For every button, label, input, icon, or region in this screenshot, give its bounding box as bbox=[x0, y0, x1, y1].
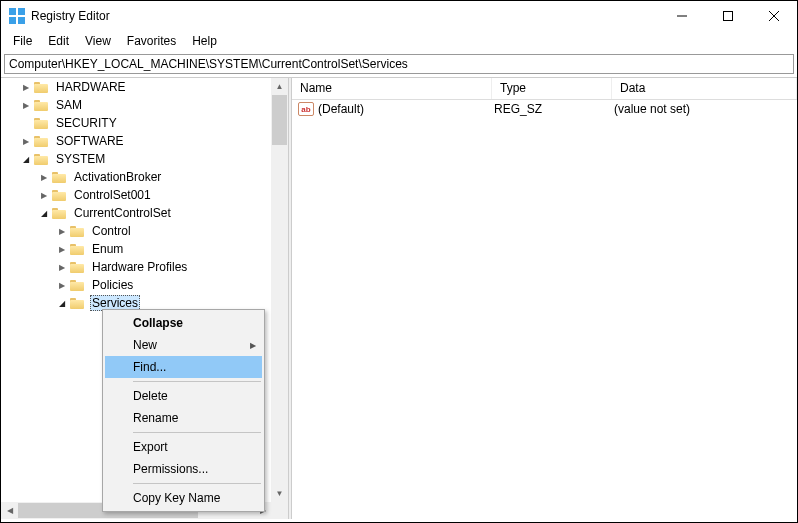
ctx-export[interactable]: Export bbox=[105, 436, 262, 458]
tree-item-sam[interactable]: ▶SAM bbox=[1, 96, 288, 114]
tree-item-enum[interactable]: ▶Enum bbox=[1, 240, 288, 258]
scroll-up-icon[interactable]: ▲ bbox=[271, 78, 288, 95]
menu-help[interactable]: Help bbox=[184, 32, 225, 50]
maximize-button[interactable] bbox=[705, 1, 751, 31]
regedit-icon bbox=[9, 8, 25, 24]
tree-label: ActivationBroker bbox=[72, 170, 163, 184]
tree-label: SOFTWARE bbox=[54, 134, 126, 148]
svg-rect-5 bbox=[724, 12, 733, 21]
ctx-copy-key-name[interactable]: Copy Key Name bbox=[105, 487, 262, 509]
folder-icon bbox=[34, 152, 50, 166]
menu-separator bbox=[133, 432, 261, 433]
context-menu: CollapseNew▶Find...DeleteRenameExportPer… bbox=[102, 309, 265, 512]
menu-label: Permissions... bbox=[133, 462, 208, 476]
tree-label: HARDWARE bbox=[54, 80, 128, 94]
ctx-collapse[interactable]: Collapse bbox=[105, 312, 262, 334]
ctx-find[interactable]: Find... bbox=[105, 356, 262, 378]
tree-item-hardware-profiles[interactable]: ▶Hardware Profiles bbox=[1, 258, 288, 276]
tree-item-security[interactable]: ▶SECURITY bbox=[1, 114, 288, 132]
chevron-down-icon[interactable]: ◢ bbox=[37, 206, 51, 220]
tree-scrollbar[interactable]: ▲ ▼ bbox=[271, 78, 288, 502]
svg-rect-0 bbox=[9, 8, 16, 15]
title-bar: Registry Editor bbox=[1, 1, 797, 31]
menu-label: Export bbox=[133, 440, 168, 454]
tree-label: SECURITY bbox=[54, 116, 119, 130]
tree-label: Hardware Profiles bbox=[90, 260, 189, 274]
folder-icon bbox=[52, 188, 68, 202]
chevron-right-icon[interactable]: ▶ bbox=[55, 242, 69, 256]
tree-label: Enum bbox=[90, 242, 125, 256]
address-bar: Computer\HKEY_LOCAL_MACHINE\SYSTEM\Curre… bbox=[1, 51, 797, 77]
chevron-right-icon[interactable]: ▶ bbox=[19, 80, 33, 94]
ctx-rename[interactable]: Rename bbox=[105, 407, 262, 429]
ctx-delete[interactable]: Delete bbox=[105, 385, 262, 407]
chevron-right-icon[interactable]: ▶ bbox=[37, 170, 51, 184]
chevron-down-icon[interactable]: ◢ bbox=[55, 296, 69, 310]
folder-icon bbox=[34, 98, 50, 112]
ctx-permissions[interactable]: Permissions... bbox=[105, 458, 262, 480]
menu-label: New bbox=[133, 338, 157, 352]
menu-file[interactable]: File bbox=[5, 32, 40, 50]
menu-view[interactable]: View bbox=[77, 32, 119, 50]
tree-label: ControlSet001 bbox=[72, 188, 153, 202]
value-type: REG_SZ bbox=[494, 102, 614, 116]
tree-item-currentcontrolset[interactable]: ◢CurrentControlSet bbox=[1, 204, 288, 222]
menu-edit[interactable]: Edit bbox=[40, 32, 77, 50]
menu-label: Collapse bbox=[133, 316, 183, 330]
menu-favorites[interactable]: Favorites bbox=[119, 32, 184, 50]
chevron-right-icon[interactable]: ▶ bbox=[37, 188, 51, 202]
folder-icon bbox=[52, 170, 68, 184]
tree-item-system[interactable]: ◢SYSTEM bbox=[1, 150, 288, 168]
tree-label: SYSTEM bbox=[54, 152, 107, 166]
value-name: (Default) bbox=[318, 102, 494, 116]
tree-item-policies[interactable]: ▶Policies bbox=[1, 276, 288, 294]
chevron-right-icon[interactable]: ▶ bbox=[55, 260, 69, 274]
menu-label: Delete bbox=[133, 389, 168, 403]
svg-rect-2 bbox=[9, 17, 16, 24]
chevron-right-icon[interactable]: ▶ bbox=[55, 224, 69, 238]
col-name[interactable]: Name bbox=[292, 78, 492, 99]
chevron-right-icon[interactable]: ▶ bbox=[19, 134, 33, 148]
tree-item-hardware[interactable]: ▶HARDWARE bbox=[1, 78, 288, 96]
col-type[interactable]: Type bbox=[492, 78, 612, 99]
menu-separator bbox=[133, 483, 261, 484]
svg-rect-1 bbox=[18, 8, 25, 15]
folder-icon bbox=[34, 134, 50, 148]
folder-icon bbox=[52, 206, 68, 220]
address-input[interactable]: Computer\HKEY_LOCAL_MACHINE\SYSTEM\Curre… bbox=[4, 54, 794, 74]
scroll-thumb[interactable] bbox=[272, 95, 287, 145]
list-pane: Name Type Data ab(Default)REG_SZ(value n… bbox=[292, 78, 797, 519]
list-item[interactable]: ab(Default)REG_SZ(value not set) bbox=[292, 100, 797, 118]
folder-icon bbox=[70, 296, 86, 310]
tree-label: SAM bbox=[54, 98, 84, 112]
scroll-left-icon[interactable]: ◀ bbox=[1, 502, 18, 519]
folder-icon bbox=[34, 80, 50, 94]
value-data: (value not set) bbox=[614, 102, 690, 116]
tree-item-controlset001[interactable]: ▶ControlSet001 bbox=[1, 186, 288, 204]
tree-item-control[interactable]: ▶Control bbox=[1, 222, 288, 240]
folder-icon bbox=[70, 224, 86, 238]
menu-bar: File Edit View Favorites Help bbox=[1, 31, 797, 51]
ctx-new[interactable]: New▶ bbox=[105, 334, 262, 356]
folder-icon bbox=[70, 260, 86, 274]
tree-label: Control bbox=[90, 224, 133, 238]
list-header: Name Type Data bbox=[292, 78, 797, 100]
chevron-down-icon[interactable]: ◢ bbox=[19, 152, 33, 166]
window-title: Registry Editor bbox=[31, 9, 659, 23]
string-value-icon: ab bbox=[298, 102, 314, 116]
close-button[interactable] bbox=[751, 1, 797, 31]
tree-label: CurrentControlSet bbox=[72, 206, 173, 220]
tree-item-software[interactable]: ▶SOFTWARE bbox=[1, 132, 288, 150]
scroll-corner bbox=[271, 502, 288, 519]
tree-item-activationbroker[interactable]: ▶ActivationBroker bbox=[1, 168, 288, 186]
menu-label: Rename bbox=[133, 411, 178, 425]
scroll-down-icon[interactable]: ▼ bbox=[271, 485, 288, 502]
submenu-arrow-icon: ▶ bbox=[250, 341, 256, 350]
minimize-button[interactable] bbox=[659, 1, 705, 31]
folder-icon bbox=[70, 242, 86, 256]
chevron-right-icon[interactable]: ▶ bbox=[55, 278, 69, 292]
chevron-right-icon[interactable]: ▶ bbox=[19, 98, 33, 112]
folder-icon bbox=[70, 278, 86, 292]
svg-rect-3 bbox=[18, 17, 25, 24]
col-data[interactable]: Data bbox=[612, 78, 797, 99]
